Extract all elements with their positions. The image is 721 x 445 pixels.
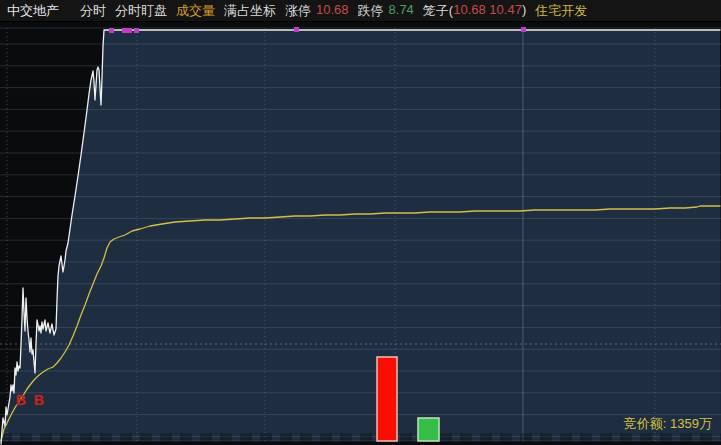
menu-item-timeshare[interactable]: 分时: [80, 2, 106, 20]
menu-item-watch[interactable]: 分时盯盘: [115, 2, 167, 20]
limit-down-label: 跌停: [358, 2, 384, 20]
sector-tag[interactable]: 住宅开发: [535, 2, 587, 20]
limit-up-value: 10.68: [316, 2, 349, 20]
magenta-signal-dot: [109, 28, 114, 33]
price-area-fill: [1, 30, 721, 444]
cage-close-paren: ): [522, 2, 526, 20]
menu-item-full-scale[interactable]: 满占坐标: [224, 2, 276, 20]
magenta-signal-dot: [294, 27, 299, 32]
magenta-signal-dot: [134, 28, 139, 33]
cage-values: 10.68 10.47: [453, 2, 522, 20]
auction-amount-label: 竞价额: 1359万: [624, 415, 712, 433]
magenta-signal-dot: [521, 27, 526, 32]
cage-readout: 笼子(10.68 10.47): [423, 2, 526, 20]
limit-up-readout: 涨停10.68: [285, 2, 349, 20]
auction-volume-bar-green: [418, 418, 439, 441]
top-menu-bar: 中交地产 分时 分时盯盘 成交量 满占坐标 涨停10.68 跌停8.74 笼子(…: [0, 0, 721, 22]
limit-down-readout: 跌停8.74: [358, 2, 414, 20]
magenta-signal-dot: [127, 28, 132, 33]
magenta-signal-dot: [122, 28, 127, 33]
auction-volume-bar-red: [377, 357, 397, 441]
limit-up-label: 涨停: [285, 2, 311, 20]
stock-name[interactable]: 中交地产: [7, 2, 59, 20]
buy-signal-marker: B B: [16, 392, 46, 408]
intraday-chart[interactable]: [0, 0, 721, 445]
limit-down-value: 8.74: [389, 2, 414, 20]
cage-label: 笼子(: [423, 2, 453, 20]
menu-item-volume[interactable]: 成交量: [176, 2, 215, 20]
